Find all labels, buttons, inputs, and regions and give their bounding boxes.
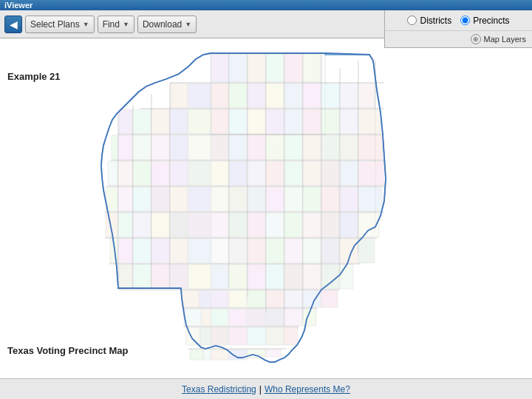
svg-rect-59: [112, 135, 117, 160]
svg-rect-176: [266, 349, 281, 357]
main-area: Example 21: [0, 38, 532, 378]
who-represents-link[interactable]: Who Represents Me?: [265, 384, 350, 395]
svg-rect-123: [170, 239, 188, 263]
find-dropdown-icon: ▼: [123, 21, 129, 28]
svg-rect-105: [118, 213, 132, 237]
svg-rect-70: [303, 135, 321, 160]
svg-rect-81: [229, 161, 247, 185]
svg-rect-35: [188, 83, 211, 108]
svg-rect-41: [303, 83, 321, 108]
svg-rect-34: [171, 83, 188, 108]
svg-rect-131: [321, 239, 339, 263]
svg-rect-126: [229, 239, 247, 263]
svg-rect-156: [184, 309, 201, 326]
back-button[interactable]: ◀: [4, 16, 22, 33]
svg-rect-140: [229, 265, 247, 289]
svg-rect-157: [202, 309, 211, 326]
svg-rect-45: [119, 109, 132, 134]
find-button[interactable]: Find ▼: [98, 16, 134, 33]
svg-rect-72: [340, 135, 358, 160]
svg-rect-73: [358, 135, 383, 160]
map-container: Example 21: [0, 38, 532, 378]
svg-rect-47: [151, 109, 169, 134]
svg-rect-175: [248, 349, 265, 358]
svg-rect-64: [188, 135, 211, 160]
svg-rect-130: [303, 239, 321, 263]
svg-rect-122: [151, 239, 169, 263]
svg-rect-133: [358, 239, 375, 263]
svg-rect-39: [266, 83, 284, 108]
svg-rect-50: [211, 109, 228, 134]
download-label: Download: [143, 19, 182, 30]
svg-rect-66: [229, 135, 247, 160]
svg-rect-102: [340, 187, 358, 211]
svg-rect-124: [188, 239, 211, 263]
svg-rect-125: [211, 239, 228, 263]
footer: Texas Redistricting | Who Represents Me?: [0, 378, 532, 399]
precincts-radio[interactable]: [460, 16, 470, 25]
texas-map[interactable]: [96, 46, 406, 371]
svg-rect-103: [358, 187, 382, 211]
svg-rect-144: [303, 265, 321, 289]
map-description-label: Texas Voting Precinct Map: [7, 345, 129, 356]
svg-rect-111: [229, 213, 247, 237]
svg-rect-162: [284, 309, 302, 326]
svg-rect-83: [266, 161, 284, 185]
app-title: iViewer: [4, 1, 33, 10]
svg-rect-96: [229, 187, 247, 211]
svg-rect-57: [340, 109, 358, 134]
svg-rect-134: [119, 265, 132, 289]
back-arrow-icon: ◀: [10, 18, 18, 30]
svg-rect-52: [248, 109, 265, 134]
svg-rect-77: [151, 161, 169, 185]
download-dropdown-icon: ▼: [185, 21, 191, 28]
svg-rect-29: [229, 54, 247, 82]
svg-rect-114: [284, 213, 302, 237]
svg-rect-109: [188, 213, 211, 237]
example-label: Example 21: [7, 71, 61, 82]
svg-rect-90: [118, 187, 132, 211]
svg-rect-136: [151, 265, 169, 289]
redistricting-link[interactable]: Texas Redistricting: [182, 384, 256, 395]
svg-rect-38: [248, 83, 265, 108]
svg-rect-36: [211, 83, 228, 108]
svg-rect-71: [321, 135, 339, 160]
svg-rect-146: [340, 265, 353, 289]
svg-rect-160: [248, 309, 265, 326]
svg-rect-95: [211, 187, 228, 211]
svg-rect-68: [266, 135, 284, 160]
svg-rect-153: [284, 290, 302, 307]
select-plans-button[interactable]: Select Plans ▼: [25, 16, 95, 33]
svg-rect-76: [133, 161, 151, 185]
svg-rect-137: [170, 265, 188, 289]
svg-rect-128: [266, 239, 284, 263]
svg-rect-117: [340, 213, 358, 237]
precincts-label: Precincts: [473, 16, 509, 26]
svg-rect-148: [200, 290, 211, 307]
svg-rect-101: [321, 187, 339, 211]
precincts-radio-label[interactable]: Precincts: [460, 16, 509, 26]
svg-rect-139: [211, 265, 228, 289]
svg-rect-142: [266, 265, 284, 289]
svg-rect-84: [284, 161, 302, 185]
svg-rect-173: [211, 349, 228, 360]
svg-rect-143: [284, 265, 302, 289]
select-plans-label: Select Plans: [30, 19, 80, 30]
svg-rect-172: [204, 349, 211, 360]
svg-rect-138: [188, 265, 211, 289]
svg-rect-75: [118, 161, 132, 185]
svg-rect-91: [133, 187, 151, 211]
download-button[interactable]: Download ▼: [137, 16, 197, 33]
districts-radio[interactable]: [407, 16, 417, 25]
svg-rect-93: [170, 187, 188, 211]
svg-rect-161: [266, 309, 284, 326]
svg-rect-110: [211, 213, 228, 237]
districts-radio-label[interactable]: Districts: [407, 16, 451, 26]
svg-rect-61: [133, 135, 151, 160]
svg-rect-28: [211, 54, 228, 82]
svg-rect-62: [151, 135, 169, 160]
svg-rect-88: [358, 161, 383, 185]
svg-rect-44: [358, 83, 375, 108]
svg-rect-129: [284, 239, 302, 263]
svg-rect-56: [321, 109, 339, 134]
